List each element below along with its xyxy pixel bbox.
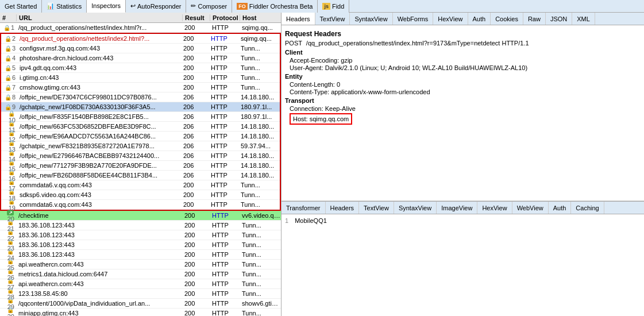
cell-result: 200 bbox=[182, 300, 210, 307]
cell-url: commdata6.v.qq.com:443 bbox=[17, 201, 181, 208]
table-row[interactable]: 🔒13/gchatpic_new/F8321B8935E872720A1E797… bbox=[1, 141, 280, 151]
top-tab-js-fidd[interactable]: jsFidd bbox=[318, 0, 349, 13]
top-tab-statistics[interactable]: 📊Statistics bbox=[42, 0, 87, 13]
table-row[interactable]: 🔒22183.36.108.123:443200HTTPTunn... bbox=[0, 230, 281, 240]
top-tab-autoresponder[interactable]: ↩AutoResponder bbox=[126, 0, 186, 13]
table-row[interactable]: 🔒30miniapp.gtimg.cn:443200HTTPTunn... bbox=[0, 309, 281, 316]
table-row[interactable]: 🔒7cmshow.gtimg.cn:443200HTTPTunn... bbox=[1, 83, 280, 93]
cell-protocol: HTTP bbox=[209, 113, 238, 120]
cell-url: commdata6.v.qq.com:443 bbox=[17, 182, 181, 188]
cell-url: /offpic_new/771279F3B9B2A770E20FA9DFDE..… bbox=[17, 162, 181, 169]
insp-tab-syntaxview[interactable]: SyntaxView bbox=[350, 13, 392, 25]
table-row[interactable]: 🔒16/offpic_new/FB26D888F58D6EE44CB811F3B… bbox=[1, 171, 280, 180]
top-tab-inspectors[interactable]: Inspectors bbox=[87, 0, 126, 13]
cell-host: Tunn... bbox=[238, 45, 280, 52]
cell-result: 206 bbox=[181, 142, 209, 149]
table-row[interactable]: 🔒3configsvr.msf.3g.qq.com:443200HTTPTunn… bbox=[1, 44, 280, 53]
top-tab-get-started[interactable]: Get Started bbox=[0, 0, 42, 13]
table-row[interactable]: 🔒23183.36.108.123:443200HTTPTunn... bbox=[0, 240, 281, 250]
cell-host: showv6.gtim... bbox=[240, 300, 281, 307]
cell-result: 200 bbox=[181, 201, 209, 208]
resp-tab-headers[interactable]: Headers bbox=[326, 202, 360, 214]
cell-url: photoshare-drcn.hicloud.com:443 bbox=[17, 55, 181, 61]
cell-num: 🔒8 bbox=[1, 94, 17, 101]
resp-tab-caching[interactable]: Caching bbox=[571, 202, 604, 214]
table-row[interactable]: 🔒9/gchatpic_new/1F08DE730A6330130F36F3A5… bbox=[1, 102, 280, 112]
table-row[interactable]: 🔒15/offpic_new/771279F3B9B2A770E20FA9DFD… bbox=[1, 161, 280, 171]
connection-header: Connection: Keep-Alive bbox=[285, 105, 641, 112]
resp-tab-syntaxview[interactable]: SyntaxView bbox=[394, 202, 437, 214]
table-row[interactable]: 🔒24183.36.108.123:443200HTTPTunn... bbox=[0, 250, 281, 260]
table-row[interactable]: 🔒28123.138.58.45:80200HTTPTunn... bbox=[0, 289, 281, 299]
client-title: Client bbox=[285, 49, 641, 56]
insp-tab-webforms[interactable]: WebForms bbox=[393, 13, 434, 25]
table-row[interactable]: 🔒11/offpic_new/663FC53D6852DBFEABE3D9F8C… bbox=[1, 122, 280, 132]
table-row[interactable]: 🔒18sdksp6.video.qq.com:443200HTTPTunn... bbox=[1, 190, 280, 200]
cell-num: 🔒6 bbox=[1, 74, 17, 81]
table-row[interactable]: 🔒21183.36.108.123:443200HTTPTunn... bbox=[0, 221, 281, 230]
resp-tab-textview[interactable]: TextView bbox=[359, 202, 394, 214]
resp-tab-hexview[interactable]: HexView bbox=[477, 202, 512, 214]
cell-protocol: HTTP bbox=[210, 290, 240, 297]
request-line: POST /qq_product_operations/nettest/inde… bbox=[285, 40, 641, 47]
table-row[interactable]: 🔒10/offpic_new/F835F1540BFB898E2E8C1FB5.… bbox=[1, 112, 280, 122]
cell-url: 123.138.58.45:80 bbox=[16, 290, 182, 297]
cell-protocol: HTTP bbox=[210, 251, 240, 258]
cell-url: api.weathercn.com:443 bbox=[16, 261, 182, 268]
cell-host: Tunn... bbox=[238, 84, 280, 91]
cell-url: /offpic_new/663FC53D6852DBFEABE3D9F8C... bbox=[17, 123, 181, 130]
table-row[interactable]: ↗20/checktime200HTTPvv6.video.qq... bbox=[0, 211, 281, 221]
table-row[interactable]: 🔒14/offpic_new/E27966467BACBEBB974321244… bbox=[1, 151, 280, 161]
host-highlighted: Host: sqimg.qq.com bbox=[290, 113, 352, 125]
table-row[interactable]: 🔒12/offpic_new/E96AADCD7C5563A16A244BC86… bbox=[1, 132, 280, 141]
insp-tab-json[interactable]: JSON bbox=[546, 13, 572, 25]
col-num-header: # bbox=[0, 14, 16, 21]
cell-result: 200 bbox=[182, 310, 210, 316]
insp-tab-headers[interactable]: Headers bbox=[281, 13, 315, 25]
cell-url: ipv4.gdt.qq.com:443 bbox=[17, 64, 181, 71]
insp-tab-xml[interactable]: XML bbox=[572, 13, 595, 25]
table-row[interactable]: 🔒17commdata6.v.qq.com:443200HTTPTunn... bbox=[1, 180, 280, 190]
resp-tab-auth[interactable]: Auth bbox=[549, 202, 572, 214]
cell-url: metrics1.data.hicloud.com:6447 bbox=[16, 271, 182, 278]
insp-tab-textview[interactable]: TextView bbox=[315, 13, 350, 25]
bottom-panel: TransformerHeadersTextViewSyntaxViewImag… bbox=[281, 201, 644, 316]
cell-result: 200 bbox=[181, 55, 209, 61]
table-row[interactable]: 🔒29/qqcontent/1000/vipData_individuation… bbox=[0, 299, 281, 309]
cell-protocol: HTTP bbox=[210, 212, 240, 219]
insp-tab-hexview[interactable]: HexView bbox=[433, 13, 468, 25]
table-row[interactable]: 🔒19commdata6.v.qq.com:443200HTTPTunn... bbox=[1, 200, 280, 210]
right-panel: HeadersTextViewSyntaxViewWebFormsHexView… bbox=[281, 13, 644, 316]
insp-tab-cookies[interactable]: Cookies bbox=[491, 13, 523, 25]
cell-host: Tunn... bbox=[238, 64, 280, 71]
table-row[interactable]: 🔒8/offpic_new/DE73047C6CF998011DC97B0876… bbox=[1, 93, 280, 102]
table-row[interactable]: 🔒4photoshare-drcn.hicloud.com:443200HTTP… bbox=[1, 53, 280, 63]
table-row[interactable]: 🔒25api.weathercn.com:443200HTTPTunn... bbox=[0, 260, 281, 269]
cell-url: 183.36.108.123:443 bbox=[16, 222, 182, 229]
cell-url: /offpic_new/FB26D888F58D6EE44CB811F3B4..… bbox=[17, 172, 181, 179]
request-headers-panel: Request Headers POST /qq_product_operati… bbox=[281, 25, 644, 201]
table-row[interactable]: 🔒27api.weathercn.com:443200HTTPTunn... bbox=[0, 279, 281, 289]
cell-result: 206 bbox=[181, 162, 209, 169]
resp-tab-webview[interactable]: WebView bbox=[512, 202, 549, 214]
top-tab-bar: Get Started📊StatisticsInspectors↩AutoRes… bbox=[0, 0, 644, 13]
table-row[interactable]: 🔒26metrics1.data.hicloud.com:6447200HTTP… bbox=[0, 269, 281, 279]
table-row[interactable]: 🔒1/qq_product_operations/nettest/index.h… bbox=[0, 23, 281, 33]
cell-protocol: HTTP bbox=[210, 24, 240, 31]
top-tab-composer[interactable]: ✏Composer bbox=[186, 0, 232, 13]
table-row[interactable]: 🔒2/qq_product_operations/nettest/index2.… bbox=[1, 34, 280, 44]
table-row[interactable]: 🔒6i.gtimg.cn:443200HTTPTunn... bbox=[1, 73, 280, 83]
left-panel: # URL Result Protocol Host 🔒1/qq_product… bbox=[0, 13, 281, 316]
content-length-header: Content-Length: 0 bbox=[285, 81, 641, 88]
insp-tab-raw[interactable]: Raw bbox=[523, 13, 546, 25]
resp-tab-transformer[interactable]: Transformer bbox=[281, 202, 326, 214]
table-row[interactable]: 🔒5ipv4.gdt.qq.com:443200HTTPTunn... bbox=[1, 63, 280, 73]
cell-url: miniapp.gtimg.cn:443 bbox=[16, 310, 182, 316]
cell-host: 14.18.180... bbox=[238, 123, 280, 130]
col-result-header: Result bbox=[182, 14, 210, 21]
network-list[interactable]: 🔒1/qq_product_operations/nettest/index.h… bbox=[0, 23, 281, 316]
resp-tab-imageview[interactable]: ImageView bbox=[437, 202, 477, 214]
cell-protocol: HTTP bbox=[209, 172, 238, 179]
top-tab-fo-fiddler-orchestra-beta[interactable]: FOFiddler Orchestra Beta bbox=[232, 0, 318, 13]
insp-tab-auth[interactable]: Auth bbox=[468, 13, 491, 25]
